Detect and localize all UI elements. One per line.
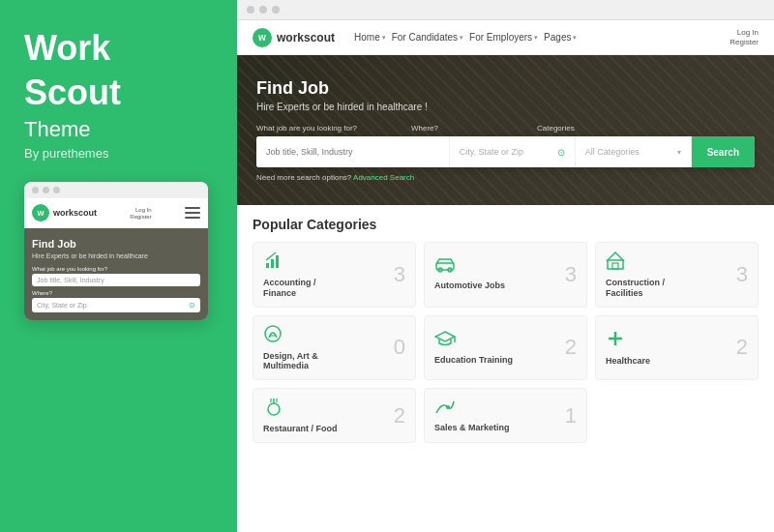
- category-left-design: Design, Art &Multimedia: [263, 324, 318, 372]
- accounting-icon: [263, 251, 316, 274]
- title-scout: Scout: [24, 74, 213, 112]
- mobile-hero-sub: Hire Experts or be hirded in healthcare: [32, 251, 200, 260]
- mobile-logo: w workscout: [32, 204, 97, 222]
- automotive-name: Automotive Jobs: [434, 281, 505, 291]
- category-card-restaurant[interactable]: Restaurant / Food 2: [253, 388, 416, 443]
- right-panel: w workscout Home ▾ For Candidates ▾ For …: [237, 0, 774, 532]
- restaurant-icon: [263, 397, 338, 420]
- restaurant-count: 2: [394, 403, 405, 429]
- svg-rect-2: [276, 255, 279, 268]
- hero-subtitle: Hire Experts or be hirded in healthcare …: [256, 102, 755, 112]
- browser-chrome: [237, 0, 774, 20]
- hero-categories-label: Categories: [537, 124, 755, 133]
- category-card-education[interactable]: Education Training 2: [424, 315, 587, 381]
- mobile-logo-icon: w: [32, 204, 49, 222]
- mobile-job-input[interactable]: Job title, Skill, Industry: [32, 274, 200, 286]
- accounting-count: 3: [394, 262, 405, 287]
- site-logo: w workscout: [253, 28, 335, 47]
- location-pin-icon: ⊙: [557, 147, 565, 158]
- site-register-link[interactable]: Register: [729, 38, 759, 46]
- mobile-hero-content: Find Job Hire Experts or be hirded in he…: [32, 238, 200, 312]
- hero-job-label: What job are you looking for?: [256, 124, 411, 133]
- construction-count: 3: [736, 262, 748, 287]
- svg-marker-10: [435, 332, 455, 341]
- mobile-where-input[interactable]: City, State or Zip ⊙: [32, 298, 200, 312]
- sales-name: Sales & Marketing: [434, 423, 510, 433]
- advanced-search-link[interactable]: Advanced Search: [353, 173, 414, 182]
- education-name: Education Training: [434, 355, 513, 366]
- nav-pages[interactable]: Pages ▾: [544, 32, 577, 43]
- mobile-dot-1: [32, 187, 39, 193]
- design-icon: [263, 324, 318, 347]
- automotive-count: 3: [565, 262, 577, 287]
- education-icon: [434, 330, 513, 351]
- hero-search-bar: City, State or Zip ⊙ All Categories ▾ Se…: [256, 136, 755, 167]
- category-card-accounting[interactable]: Accounting /Finance 3: [253, 242, 416, 308]
- category-left-sales: Sales & Marketing: [434, 398, 510, 433]
- category-card-design[interactable]: Design, Art &Multimedia 0: [253, 315, 416, 381]
- employers-chevron-icon: ▾: [534, 34, 538, 42]
- mobile-dot-2: [43, 187, 49, 193]
- category-card-healthcare[interactable]: Healthcare 2: [595, 315, 759, 381]
- accounting-name: Accounting /Finance: [263, 278, 316, 299]
- category-chevron-icon: ▾: [677, 148, 681, 157]
- mobile-preview: w workscout Log In Register Find Job Hir…: [24, 182, 208, 320]
- site-nav-items: Home ▾ For Candidates ▾ For Employers ▾ …: [354, 32, 720, 43]
- product-title: Work Scout Theme By purethemes: [24, 29, 213, 161]
- mobile-dot-3: [53, 187, 60, 193]
- website-preview: w workscout Home ▾ For Candidates ▾ For …: [237, 20, 774, 532]
- mobile-hamburger-icon[interactable]: [185, 207, 200, 219]
- healthcare-count: 2: [736, 335, 748, 360]
- svg-rect-6: [608, 260, 623, 269]
- svg-rect-1: [271, 259, 274, 268]
- hero-content: Find Job Hire Experts or be hirded in he…: [237, 78, 774, 182]
- site-login-link[interactable]: Log In: [737, 28, 759, 37]
- mobile-nav-right: Log In Register: [130, 207, 151, 220]
- subtitle-theme: Theme: [24, 117, 213, 142]
- site-hero: Find Job Hire Experts or be hirded in he…: [237, 55, 774, 205]
- hero-title: Find Job: [256, 78, 755, 99]
- categories-grid: Accounting /Finance 3 Automotive Jobs 3: [253, 242, 759, 443]
- category-card-automotive[interactable]: Automotive Jobs 3: [424, 242, 587, 308]
- hero-job-input[interactable]: [256, 136, 450, 167]
- site-logo-text: workscout: [277, 31, 335, 44]
- browser-dot-3: [272, 6, 280, 14]
- category-left-accounting: Accounting /Finance: [263, 251, 316, 299]
- construction-name: Construction /Facilities: [606, 278, 665, 299]
- site-nav-right: Log In Register: [729, 28, 759, 46]
- sales-icon: [434, 398, 510, 419]
- browser-dot-2: [259, 6, 267, 14]
- svg-point-18: [446, 405, 450, 409]
- category-left-restaurant: Restaurant / Food: [263, 397, 338, 434]
- hero-category-select[interactable]: All Categories ▾: [576, 136, 692, 167]
- hero-search-button[interactable]: Search: [692, 136, 755, 167]
- browser-dot-1: [247, 6, 254, 14]
- svg-point-8: [265, 326, 281, 341]
- home-chevron-icon: ▾: [382, 34, 386, 42]
- nav-home[interactable]: Home ▾: [354, 32, 386, 43]
- pages-chevron-icon: ▾: [573, 34, 577, 42]
- category-left-construction: Construction /Facilities: [606, 251, 665, 299]
- svg-point-14: [268, 403, 280, 415]
- healthcare-name: Healthcare: [606, 356, 650, 367]
- hero-labels: What job are you looking for? Where? Cat…: [256, 124, 755, 133]
- healthcare-icon: [606, 329, 650, 352]
- by-purethemes: By purethemes: [24, 146, 213, 161]
- mobile-register-link[interactable]: Register: [130, 214, 151, 220]
- sales-count: 1: [565, 403, 577, 429]
- category-card-construction[interactable]: Construction /Facilities 3: [595, 242, 759, 308]
- mobile-login-link[interactable]: Log In: [135, 207, 152, 213]
- nav-employers[interactable]: For Employers ▾: [469, 32, 538, 43]
- candidates-chevron-icon: ▾: [460, 34, 463, 42]
- nav-candidates[interactable]: For Candidates ▾: [392, 32, 463, 43]
- restaurant-name: Restaurant / Food: [263, 424, 338, 434]
- mobile-nav: w workscout Log In Register: [24, 198, 208, 228]
- education-count: 2: [565, 335, 577, 360]
- category-card-sales[interactable]: Sales & Marketing 1: [424, 388, 587, 443]
- title-work: Work: [24, 29, 213, 68]
- site-nav: w workscout Home ▾ For Candidates ▾ For …: [237, 20, 774, 55]
- svg-rect-0: [266, 263, 269, 268]
- svg-rect-7: [612, 263, 618, 269]
- hero-location-input[interactable]: City, State or Zip ⊙: [450, 136, 576, 167]
- construction-icon: [606, 251, 665, 274]
